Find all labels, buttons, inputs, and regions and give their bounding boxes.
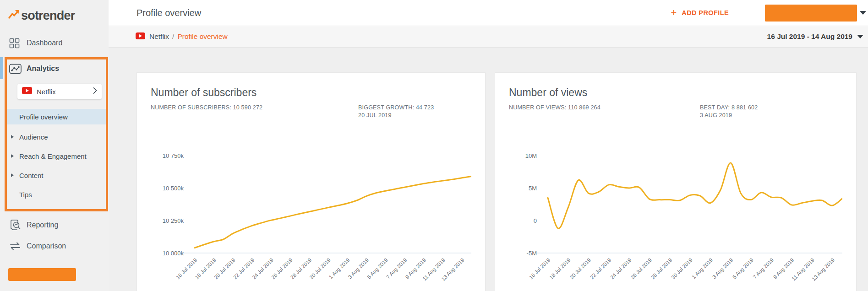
subnav-item-tips[interactable]: Tips — [0, 188, 109, 201]
header-cta-button[interactable] — [765, 5, 857, 22]
x-axis-label: 30 Jul 2019 — [670, 257, 693, 280]
sidebar: sotrender Dashboard — [0, 0, 109, 291]
logo-arrow-icon — [8, 10, 20, 22]
main-area: Profile overview + ADD PROFILE Netflix /… — [109, 0, 868, 291]
active-section-indicator — [0, 57, 3, 79]
compare-arrows-icon — [9, 241, 23, 251]
user-menu-caret-icon[interactable] — [860, 11, 866, 15]
subscribers-chart: 10 000k10 250k10 500k10 750k16 Jul 20191… — [151, 133, 471, 291]
subnav-item-content[interactable]: Content — [0, 168, 109, 182]
x-axis-label: 22 Jul 2019 — [589, 257, 612, 280]
views-line-chart: -5M05M10M16 Jul 201918 Jul 201920 Jul 20… — [509, 133, 842, 291]
caret-right-icon — [11, 135, 14, 139]
subnav-item-label: Reach & Engagement — [19, 152, 87, 160]
x-axis-label: 26 Jul 2019 — [630, 257, 653, 280]
stat-total-subscribers: NUMBER OF SUBSCRIBERS: 10 590 272 — [151, 104, 358, 120]
add-profile-label: ADD PROFILE — [682, 9, 729, 16]
sidebar-item-label: Dashboard — [27, 39, 62, 47]
y-axis-label: 0 — [534, 217, 537, 224]
x-axis-label: 1 Aug 2019 — [691, 257, 714, 280]
subnav-item-label: Audience — [19, 133, 48, 141]
caret-down-icon — [857, 35, 863, 38]
chevron-right-icon — [93, 87, 97, 96]
card-title: Number of subscribers — [151, 86, 471, 99]
x-axis-label: 16 Jul 2019 — [528, 257, 551, 280]
subnav-item-profile-overview[interactable]: Profile overview — [7, 109, 106, 124]
content-area: Number of subscribers NUMBER OF SUBSCRIB… — [109, 48, 868, 291]
analytics-subnav: Profile overview Audience Reach & Engage… — [0, 109, 109, 201]
y-axis-label: 10 000k — [163, 250, 184, 257]
date-range-label: 16 Jul 2019 - 14 Aug 2019 — [767, 32, 852, 41]
x-axis-label: 18 Jul 2019 — [548, 257, 572, 280]
sidebar-item-label: Comparison — [27, 242, 66, 250]
breadcrumb-separator: / — [172, 32, 174, 41]
logo-text: sotrender — [21, 9, 75, 23]
sidebar-item-comparison[interactable]: Comparison — [0, 239, 109, 253]
y-axis-label: 10 500k — [163, 185, 184, 192]
y-axis-label: 10 250k — [163, 217, 184, 224]
top-bar: Profile overview + ADD PROFILE — [109, 0, 868, 26]
stat-best-day: BEST DAY: 8 881 602 3 AUG 2019 — [700, 104, 758, 120]
caret-right-icon — [11, 154, 14, 158]
stat-total-views: NUMBER OF VIEWS: 110 869 264 — [509, 104, 700, 120]
grid-icon — [9, 38, 23, 48]
date-range-picker[interactable]: 16 Jul 2019 - 14 Aug 2019 — [767, 32, 863, 41]
plus-icon: + — [671, 8, 677, 17]
stat-biggest-growth: BIGGEST GROWTH: 44 723 20 JUL 2019 — [358, 104, 434, 120]
series-line — [548, 163, 842, 228]
caret-right-icon — [11, 173, 14, 177]
sidebar-item-dashboard[interactable]: Dashboard — [0, 37, 109, 49]
sidebar-item-label: Reporting — [27, 221, 58, 229]
x-axis-label: 28 Jul 2019 — [650, 257, 673, 280]
x-axis-label: 7 Aug 2019 — [752, 257, 775, 280]
views-card: Number of views NUMBER OF VIEWS: 110 869… — [495, 72, 857, 291]
series-line — [195, 176, 471, 248]
y-axis-label: 10 750k — [163, 152, 184, 159]
analytics-icon — [9, 64, 23, 74]
breadcrumb: Netflix / Profile overview 16 Jul 2019 -… — [109, 26, 868, 48]
youtube-icon — [136, 32, 145, 41]
subnav-item-label: Content — [19, 172, 44, 179]
youtube-icon — [22, 87, 32, 96]
views-chart: -5M05M10M16 Jul 201918 Jul 201920 Jul 20… — [509, 133, 842, 291]
subnav-item-audience[interactable]: Audience — [0, 130, 109, 144]
x-axis-label: 24 Jul 2019 — [609, 257, 633, 280]
sidebar-item-label: Analytics — [27, 65, 59, 73]
logo[interactable]: sotrender — [0, 0, 109, 24]
sidebar-cta-button[interactable] — [8, 268, 76, 281]
y-axis-label: -5M — [527, 250, 537, 257]
y-axis-label: 5M — [529, 185, 537, 192]
y-axis-label: 10M — [525, 152, 537, 159]
sidebar-item-analytics[interactable]: Analytics — [0, 62, 109, 75]
card-title: Number of views — [509, 86, 842, 99]
subscribers-card: Number of subscribers NUMBER OF SUBSCRIB… — [136, 72, 486, 291]
sidebar-item-reporting[interactable]: Reporting — [0, 218, 109, 232]
breadcrumb-current-page[interactable]: Profile overview — [177, 32, 227, 41]
subnav-item-reach-engagement[interactable]: Reach & Engagement — [0, 149, 109, 163]
x-axis-label: 3 Aug 2019 — [711, 257, 734, 280]
subnav-item-label: Profile overview — [19, 113, 68, 121]
subscribers-line-chart: 10 000k10 250k10 500k10 750k16 Jul 20191… — [151, 133, 471, 291]
breadcrumb-profile: Netflix — [149, 32, 169, 41]
report-magnifier-icon — [9, 219, 23, 231]
app-root: sotrender Dashboard — [0, 0, 868, 291]
subnav-item-label: Tips — [19, 191, 32, 199]
selected-profile-label: Netflix — [37, 88, 93, 96]
x-axis-label: 5 Aug 2019 — [732, 257, 754, 280]
page-title: Profile overview — [136, 8, 201, 18]
profile-selector[interactable]: Netflix — [17, 84, 102, 99]
x-axis-label: 20 Jul 2019 — [569, 257, 592, 280]
add-profile-button[interactable]: + ADD PROFILE — [671, 8, 729, 17]
